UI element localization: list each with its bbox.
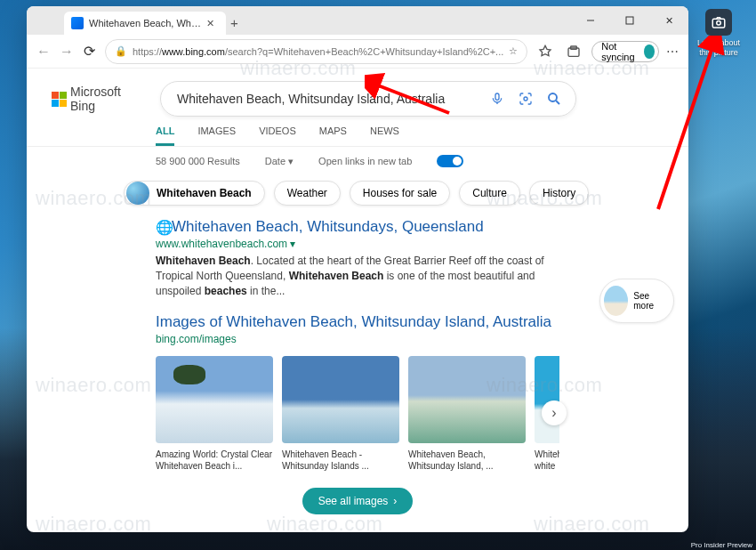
back-button[interactable]: ← [36, 39, 52, 64]
scroll-right-button[interactable]: › [542, 400, 567, 425]
url-input[interactable]: 🔒 https://www.bing.com/search?q=Whitehav… [105, 39, 527, 64]
globe-icon: 🌐 [156, 219, 168, 236]
entity-pill[interactable]: Whitehaven Beach [124, 181, 265, 206]
browser-tab[interactable]: Whitehaven Beach, Whitsund ✕ [64, 12, 226, 35]
profile-avatar [644, 44, 655, 59]
open-new-tab-label: Open links in new tab [318, 156, 412, 166]
svg-rect-3 [626, 17, 633, 24]
edge-browser-window: Whitehaven Beach, Whitsund ✕ + ✕ ← → ⟳ 🔒… [27, 6, 688, 532]
results-count: 58 900 000 Results [156, 156, 240, 166]
image-caption: Whitehaven white sa... [535, 449, 559, 473]
bing-favicon [71, 17, 84, 29]
image-result[interactable]: Whitehaven Beach - Whitsunday Islands ..… [282, 356, 399, 473]
search-icon[interactable] [540, 85, 568, 113]
related-pill-weather[interactable]: Weather [274, 181, 341, 206]
bing-logo[interactable]: Microsoft Bing [52, 85, 133, 113]
svg-rect-6 [495, 93, 499, 100]
learn-about-picture-widget[interactable]: Learn aboutthis picture [694, 9, 744, 58]
result-title[interactable]: Whitehaven Beach, Whitsundays, Queenslan… [172, 218, 484, 235]
visual-search-icon[interactable] [511, 85, 540, 113]
lock-icon: 🔒 [115, 45, 127, 57]
images-section-title[interactable]: Images of Whitehaven Beach, Whitsunday I… [156, 313, 551, 330]
entity-thumbnail [126, 182, 149, 205]
url-text: https://www.bing.com/search?q=Whitehaven… [133, 46, 503, 57]
new-tab-button[interactable]: + [230, 15, 238, 30]
result-description: Whitehaven Beach. Located at the heart o… [156, 254, 559, 298]
image-caption: Amazing World: Crystal Clear Whitehaven … [156, 449, 273, 473]
settings-menu-button[interactable]: ⋯ [666, 44, 680, 59]
insider-watermark: Pro Insider Preview [688, 540, 756, 550]
see-more-thumbnail [604, 286, 628, 316]
refresh-button[interactable]: ⟳ [82, 39, 98, 64]
image-caption: Whitehaven Beach - Whitsunday Islands ..… [282, 449, 399, 473]
search-input[interactable] [177, 92, 483, 106]
maximize-button[interactable] [610, 6, 649, 35]
image-thumbnail [535, 356, 559, 443]
minimize-button[interactable] [571, 6, 610, 35]
result-url[interactable]: www.whitehavenbeach.com ▾ [156, 238, 559, 250]
image-thumbnail [408, 356, 526, 443]
tab-title: Whitehaven Beach, Whitsund [89, 18, 201, 28]
page-content: Microsoft Bing ALL IMAGES VIDEOS MAPS NE… [27, 69, 688, 532]
search-box[interactable] [160, 81, 576, 117]
tab-videos[interactable]: VIDEOS [259, 125, 296, 146]
open-new-tab-toggle[interactable] [437, 155, 463, 167]
related-pill-culture[interactable]: Culture [459, 181, 520, 206]
date-filter[interactable]: Date ▾ [265, 156, 294, 167]
camera-search-icon [705, 9, 732, 36]
close-window-button[interactable]: ✕ [649, 6, 688, 35]
svg-point-8 [549, 93, 557, 101]
address-bar: ← → ⟳ 🔒 https://www.bing.com/search?q=Wh… [27, 35, 688, 69]
svg-point-7 [524, 97, 527, 101]
tab-all[interactable]: ALL [156, 125, 174, 146]
forward-button: → [59, 39, 75, 64]
image-result[interactable]: Amazing World: Crystal Clear Whitehaven … [156, 356, 273, 473]
tab-news[interactable]: NEWS [370, 125, 399, 146]
svg-line-9 [556, 101, 559, 104]
related-pill-houses[interactable]: Houses for sale [350, 181, 450, 206]
related-pill-history[interactable]: History [529, 181, 589, 206]
collections-icon[interactable] [535, 41, 556, 62]
see-all-images-button[interactable]: See all images › [302, 488, 414, 514]
voice-search-icon[interactable] [483, 85, 511, 113]
favorite-icon[interactable]: ☆ [509, 45, 518, 57]
sync-label: Not syncing [601, 41, 639, 62]
see-more-card[interactable]: See more [599, 279, 674, 323]
image-thumbnail [282, 356, 399, 443]
profile-sync-button[interactable]: Not syncing [591, 41, 658, 62]
tab-maps[interactable]: MAPS [319, 125, 347, 146]
widget-label: Learn aboutthis picture [694, 38, 744, 58]
close-tab-icon[interactable]: ✕ [206, 18, 219, 29]
images-section-url[interactable]: bing.com/images [156, 333, 559, 345]
extensions-icon[interactable] [563, 41, 584, 62]
image-caption: Whitehaven Beach, Whitsunday Island, ... [408, 449, 526, 473]
image-thumbnail [156, 356, 273, 443]
tab-images[interactable]: IMAGES [197, 125, 236, 146]
svg-rect-0 [712, 19, 725, 28]
titlebar: Whitehaven Beach, Whitsund ✕ + ✕ [27, 6, 688, 35]
image-result[interactable]: Whitehaven Beach, Whitsunday Island, ... [408, 356, 526, 473]
svg-point-1 [717, 21, 721, 26]
